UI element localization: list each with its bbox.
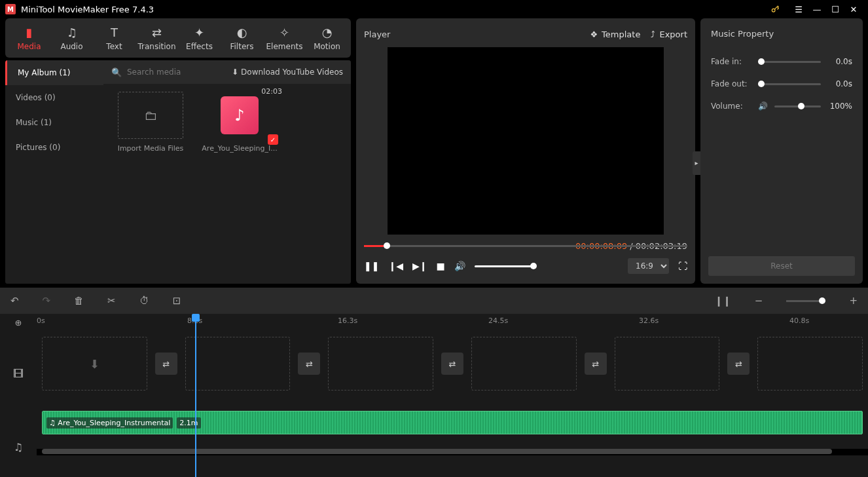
download-youtube-link[interactable]: ⬇Download YouTube Videos — [232, 67, 343, 77]
audio-track-icon: ♫ — [0, 417, 37, 477]
player-title: Player — [364, 29, 579, 39]
close-button[interactable]: ✕ — [844, 0, 863, 18]
redo-button[interactable]: ↷ — [43, 295, 51, 307]
video-slot[interactable] — [615, 337, 720, 391]
minimize-button[interactable]: — — [808, 0, 826, 18]
tab-audio[interactable]: ♫Audio — [50, 18, 93, 58]
folder-open-icon: 🗀 — [144, 107, 157, 123]
audio-track[interactable]: ♫ Are_You_Sleeping_Instrumental 2.1m — [37, 396, 868, 449]
transition-slot[interactable]: ⇄ — [441, 353, 463, 375]
sidebar-item-music[interactable]: Music (1) — [5, 110, 103, 135]
fade-in-slider[interactable] — [758, 61, 821, 63]
transition-slot[interactable]: ⇄ — [585, 353, 607, 375]
media-clip[interactable]: ♪ 02:03 ✓ Are_You_Sleeping_I... — [200, 92, 279, 153]
title-bar: M MiniTool MovieMaker Free 7.4.3 ☰ — ☐ ✕ — [0, 0, 868, 18]
speed-button[interactable]: ⏱ — [139, 295, 149, 307]
timeline-scrollbar[interactable] — [37, 449, 868, 455]
export-button[interactable]: ⤴Export — [651, 29, 687, 39]
menu-icon[interactable]: ☰ — [789, 0, 808, 18]
tab-text[interactable]: TText — [93, 18, 136, 58]
folder-icon: ▮ — [26, 26, 33, 39]
key-icon[interactable] — [766, 0, 784, 18]
text-icon: T — [111, 26, 118, 39]
transition-slot[interactable]: ⇄ — [298, 353, 320, 375]
download-icon: ⬇ — [232, 67, 238, 77]
filter-icon: ◐ — [237, 26, 247, 39]
volume-label: Volume: — [711, 102, 751, 111]
import-media-button[interactable]: 🗀 Import Media Files — [111, 92, 190, 153]
zoom-slider[interactable] — [786, 300, 825, 302]
volume-icon[interactable]: 🔊 — [454, 261, 465, 271]
search-icon: 🔍 — [111, 67, 122, 77]
template-button[interactable]: ❖Template — [590, 29, 640, 39]
video-slot[interactable]: ⬇ — [42, 337, 147, 391]
main-tabs: ▮Media ♫Audio TText ⇄Transition ✦Effects… — [5, 18, 351, 58]
volume-slider[interactable] — [475, 265, 533, 267]
fade-in-value: 0.0s — [827, 57, 852, 66]
sidebar-item-myalbum[interactable]: My Album (1) — [5, 60, 103, 85]
crop-button[interactable]: ⊡ — [173, 295, 181, 307]
app-logo-icon: M — [5, 4, 16, 14]
next-frame-button[interactable]: ▶❙ — [412, 261, 427, 271]
collapse-panel-button[interactable]: ▸ — [693, 151, 700, 175]
tab-transition[interactable]: ⇄Transition — [136, 18, 178, 58]
music-icon: ♫ — [66, 26, 77, 39]
volume-prop-slider[interactable] — [774, 105, 821, 107]
video-slot[interactable] — [757, 337, 863, 391]
video-preview — [388, 47, 664, 235]
speaker-icon[interactable]: 🔊 — [758, 102, 768, 111]
app-title: MiniTool MovieMaker Free 7.4.3 — [21, 5, 154, 14]
swap-icon: ⇄ — [152, 26, 162, 39]
sidebar-item-pictures[interactable]: Pictures (0) — [5, 135, 103, 160]
delete-button[interactable]: 🗑 — [74, 295, 84, 307]
tab-media[interactable]: ▮Media — [8, 18, 50, 58]
check-icon: ✓ — [268, 134, 278, 145]
undo-button[interactable]: ↶ — [10, 295, 19, 307]
timeline-ruler[interactable]: 0s 8.2s 16.3s 24.5s 32.6s 40.8s — [37, 314, 868, 331]
snap-button[interactable]: ❙❙ — [715, 295, 731, 307]
search-input[interactable] — [127, 67, 226, 77]
stop-button[interactable]: ■ — [436, 261, 444, 271]
tab-elements[interactable]: ✧Elements — [263, 18, 306, 58]
fade-out-value: 0.0s — [827, 79, 852, 88]
fx-icon: ✦ — [194, 26, 204, 39]
video-slot[interactable] — [328, 337, 433, 391]
sparkle-icon: ✧ — [280, 26, 289, 39]
clip-name: Are_You_Sleeping_I... — [202, 144, 277, 153]
motion-icon: ◔ — [322, 26, 333, 39]
prev-frame-button[interactable]: ❙◀ — [388, 261, 403, 271]
sidebar-item-videos[interactable]: Videos (0) — [5, 85, 103, 110]
import-label: Import Media Files — [118, 144, 184, 153]
video-track-icon: 🎞 — [0, 331, 37, 417]
seek-bar[interactable] — [364, 241, 687, 250]
transition-slot[interactable]: ⇄ — [727, 353, 750, 375]
audio-clip[interactable]: ♫ Are_You_Sleeping_Instrumental 2.1m — [42, 411, 863, 434]
zoom-out-button[interactable]: − — [755, 295, 763, 307]
fullscreen-button[interactable]: ⛶ — [678, 261, 687, 271]
volume-value: 100% — [827, 102, 852, 111]
seek-knob[interactable] — [384, 242, 390, 249]
cut-button[interactable]: ✂ — [107, 295, 116, 307]
note-icon: ♪ — [234, 106, 244, 124]
aspect-select[interactable]: 16:9 — [628, 258, 669, 274]
zoom-in-button[interactable]: + — [849, 295, 858, 307]
playhead[interactable] — [195, 314, 196, 477]
reset-button[interactable]: Reset — [708, 256, 855, 276]
fade-out-label: Fade out: — [711, 79, 751, 88]
video-track[interactable]: ⬇ ⇄ ⇄ ⇄ ⇄ ⇄ — [37, 331, 868, 396]
property-title: Music Property — [711, 29, 852, 39]
export-icon: ⤴ — [651, 29, 655, 39]
tab-effects[interactable]: ✦Effects — [178, 18, 221, 58]
maximize-button[interactable]: ☐ — [826, 0, 844, 18]
video-slot[interactable] — [185, 337, 291, 391]
video-slot[interactable] — [471, 337, 577, 391]
audio-clip-duration: 2.1m — [177, 417, 200, 429]
clip-duration: 02:03 — [261, 87, 282, 96]
tab-filters[interactable]: ◐Filters — [221, 18, 263, 58]
pause-button[interactable]: ❚❚ — [364, 261, 379, 271]
transition-slot[interactable]: ⇄ — [155, 353, 177, 375]
fade-in-label: Fade in: — [711, 57, 751, 66]
tab-motion[interactable]: ◔Motion — [306, 18, 348, 58]
fade-out-slider[interactable] — [758, 83, 821, 85]
add-track-button[interactable]: ⊕ — [0, 314, 37, 331]
